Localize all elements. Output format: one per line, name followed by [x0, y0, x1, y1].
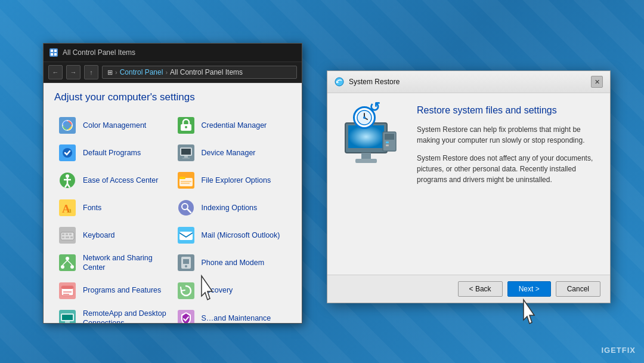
credential-manager-icon	[177, 116, 196, 135]
svg-rect-54	[61, 286, 73, 289]
cp-item-mail[interactable]: Mail (Microsoft Outlook)	[173, 222, 292, 249]
restore-illustration: ↺	[342, 111, 402, 165]
remote-icon	[58, 309, 77, 323]
cp-item-device-manager[interactable]: Device Manager	[173, 139, 292, 167]
cp-item-remote[interactable]: RemoteApp and Desktop Connections	[54, 304, 173, 324]
cp-item-ease-of-access[interactable]: Ease of Access Center	[54, 167, 173, 194]
cp-item-label: Credential Manager	[202, 121, 267, 130]
svg-rect-71	[385, 134, 394, 140]
dialog-title-text: System Restore	[349, 78, 400, 86]
fonts-icon: A a	[58, 198, 77, 217]
cp-item-label: S…and Maintenance	[202, 313, 271, 323]
back-button[interactable]: < Back	[458, 281, 503, 297]
svg-rect-69	[355, 159, 377, 163]
dialog-para2: System Restore does not affect any of yo…	[417, 153, 598, 185]
cp-item-recovery[interactable]: Recovery	[173, 277, 292, 304]
svg-rect-57	[178, 282, 194, 299]
svg-rect-39	[70, 236, 73, 238]
watermark: IGETFIX	[601, 346, 636, 355]
svg-point-44	[61, 265, 64, 269]
back-icon: ←	[52, 69, 59, 76]
svg-rect-72	[386, 141, 389, 143]
cp-item-phone[interactable]: Phone and Modem	[173, 249, 292, 277]
svg-rect-73	[386, 144, 389, 146]
cp-title-icon	[49, 48, 58, 57]
svg-rect-14	[181, 149, 191, 155]
items-grid: Color Management Credential Manager	[54, 112, 291, 323]
cp-item-keyboard[interactable]: Keyboard	[54, 222, 173, 249]
svg-rect-35	[66, 233, 68, 235]
color-management-icon	[58, 116, 77, 135]
cp-item-label: Device Manager	[202, 148, 256, 158]
dialog-title-icon	[335, 77, 344, 87]
cp-item-credential-manager[interactable]: Credential Manager	[173, 112, 292, 139]
cp-item-color-management[interactable]: Color Management	[54, 112, 173, 139]
cp-item-default-programs[interactable]: Default Programs	[54, 139, 173, 167]
svg-rect-60	[62, 315, 73, 320]
system-restore-dialog: System Restore ✕	[327, 70, 611, 303]
cp-item-network[interactable]: Network and SharingCenter	[54, 249, 173, 277]
cp-item-label: File Explorer Options	[202, 176, 271, 185]
svg-point-51	[185, 265, 187, 267]
default-programs-icon	[58, 143, 77, 162]
cp-item-programs[interactable]: Programs and Features	[54, 277, 173, 304]
svg-rect-36	[69, 233, 72, 235]
cp-item-file-explorer[interactable]: File Explorer Options	[173, 167, 292, 194]
addr-icon: ⊞	[107, 69, 113, 76]
forward-button[interactable]: →	[66, 65, 80, 79]
addr-current: All Control Panel Items	[170, 68, 243, 76]
cp-item-label: Indexing Options	[202, 203, 258, 213]
cp-item-label: Recovery	[202, 285, 233, 295]
svg-rect-68	[361, 153, 371, 159]
cp-item-label: Mail (Microsoft Outlook)	[202, 230, 280, 240]
cp-item-label: Color Management	[83, 121, 146, 130]
forward-icon: →	[70, 69, 77, 76]
dialog-body: ↺ Restore system files and settings Syst…	[327, 93, 610, 275]
file-explorer-icon	[177, 171, 196, 190]
dialog-close-button[interactable]: ✕	[591, 76, 603, 88]
svg-point-43	[66, 257, 69, 260]
dialog-para1: System Restore can help fix problems tha…	[417, 124, 598, 146]
cp-item-label: Network and SharingCenter	[83, 253, 153, 273]
cp-item-ease-of-access-label: Ease of Access Center	[83, 176, 158, 185]
cp-item-label: Fonts	[83, 203, 101, 213]
cp-item-label: Programs and Features	[83, 285, 161, 295]
svg-rect-2	[54, 50, 57, 52]
svg-rect-4	[54, 53, 57, 56]
control-panel-window: All Control Panel Items ← → ↑ ⊞ › Contro…	[43, 43, 302, 324]
dialog-main-title: Restore system files and settings	[417, 105, 598, 116]
indexing-icon	[177, 198, 196, 217]
cp-item-label: RemoteApp and Desktop Connections	[83, 309, 169, 324]
up-button[interactable]: ↑	[84, 65, 98, 79]
svg-point-77	[363, 116, 366, 119]
svg-rect-38	[66, 236, 69, 238]
cancel-button[interactable]: Cancel	[556, 281, 600, 297]
next-button[interactable]: Next >	[507, 281, 551, 297]
svg-point-45	[70, 265, 74, 269]
programs-icon	[58, 281, 77, 300]
recovery-icon	[177, 281, 196, 300]
dialog-title-left: System Restore	[335, 77, 400, 87]
back-button[interactable]: ←	[48, 65, 63, 79]
dialog-content: Restore system files and settings System…	[417, 105, 598, 263]
address-bar[interactable]: ⊞ › Control Panel › All Control Panel It…	[102, 66, 297, 79]
dialog-titlebar: System Restore ✕	[327, 71, 610, 93]
cp-item-indexing[interactable]: Indexing Options	[173, 194, 292, 222]
up-icon: ↑	[89, 69, 93, 76]
svg-rect-24	[179, 178, 193, 186]
security-icon	[177, 309, 196, 323]
cp-nav-bar: ← → ↑ ⊞ › Control Panel › All Control Pa…	[44, 62, 302, 83]
keyboard-icon	[58, 226, 77, 245]
cp-titlebar: All Control Panel Items	[44, 44, 302, 62]
svg-rect-50	[183, 259, 189, 264]
svg-text:a: a	[68, 205, 72, 214]
svg-rect-41	[179, 232, 193, 240]
svg-rect-0	[49, 48, 58, 57]
dialog-footer: < Back Next > Cancel	[327, 275, 610, 303]
cp-body: Adjust your computer's settings Color Ma…	[44, 83, 302, 323]
svg-rect-34	[62, 233, 64, 235]
cp-item-security[interactable]: S…and Maintenance	[173, 304, 292, 324]
device-manager-icon	[177, 143, 196, 162]
cp-item-fonts[interactable]: A a Fonts	[54, 194, 173, 222]
svg-point-18	[66, 174, 69, 178]
